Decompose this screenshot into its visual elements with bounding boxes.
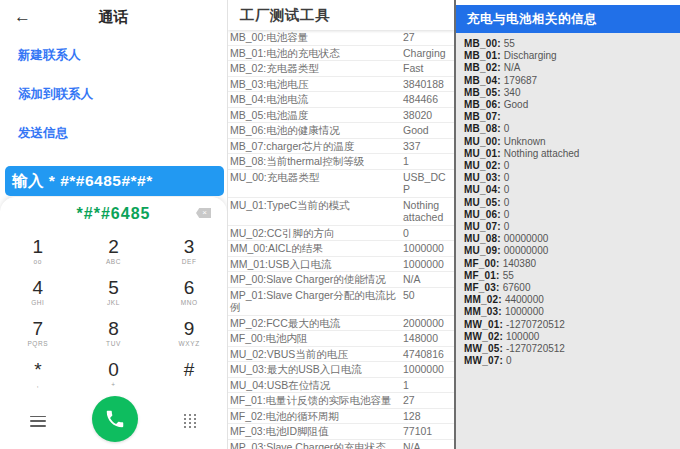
dialer-action-list: 新建联系人 添加到联系人 发送信息: [0, 28, 227, 153]
dialer-action-link[interactable]: 新建联系人: [0, 36, 227, 75]
key-sub-label: MNO: [181, 299, 198, 306]
battery-info-header: 充电与电池相关的信息: [456, 5, 680, 33]
table-row: MU_04:USB在位情况 1: [228, 378, 454, 394]
call-button[interactable]: [92, 396, 138, 442]
row-value: 38020: [403, 109, 452, 122]
item-key: MU_06:: [464, 209, 501, 220]
row-label: MB_08:当前thermal控制等级: [230, 155, 403, 168]
item-value: 140380: [503, 258, 536, 269]
table-row: MU_02:VBUS当前的电压 4740816: [228, 347, 454, 363]
item-value: 0: [504, 197, 510, 208]
row-value: 27: [403, 31, 452, 44]
item-value: 0: [504, 160, 510, 171]
list-item: MU_07:0: [464, 221, 680, 233]
battery-info-list[interactable]: MB_00:55 MB_01:Discharging MB_02:N/A MB_…: [456, 33, 680, 367]
keypad-key[interactable]: 5 JKL: [76, 271, 152, 312]
factory-tool-list[interactable]: MB_00:电池容量 27 MB_01:电池的充电状态 Charging MB_…: [228, 30, 454, 449]
table-row: MB_08:当前thermal控制等级 1: [228, 154, 454, 170]
backspace-icon[interactable]: ×: [196, 208, 211, 218]
item-value: -1270720512: [506, 319, 565, 330]
keypad-key[interactable]: 9 WXYZ: [151, 312, 227, 353]
list-item: MB_01:Discharging: [464, 50, 680, 62]
row-label: MP_00:Slave Charger的使能情况: [230, 273, 403, 286]
item-key: MU_02:: [464, 160, 501, 171]
dialer-action-link[interactable]: 发送信息: [0, 114, 227, 153]
back-arrow-icon[interactable]: ←: [14, 6, 31, 28]
key-digit: 6: [184, 278, 195, 298]
key-sub-label: PQRS: [27, 340, 48, 347]
item-value: 4400000: [505, 294, 544, 305]
list-item: MB_08:0: [464, 123, 680, 135]
key-digit: 2: [108, 237, 119, 257]
row-value: 0: [403, 227, 452, 240]
keypad-key[interactable]: 8 TUV: [76, 312, 152, 353]
battery-info-title: 充电与电池相关的信息: [467, 11, 597, 28]
row-value: Nothing attached: [403, 199, 452, 224]
item-key: MU_04:: [464, 184, 501, 195]
row-label: MU_00:充电器类型: [230, 171, 403, 184]
table-row: MP_00:Slave Charger的使能情况 N/A: [228, 272, 454, 288]
list-item: MU_06:0: [464, 209, 680, 221]
menu-icon[interactable]: [30, 416, 46, 427]
row-label: MF_03:电池ID脚阻值: [230, 425, 403, 438]
list-item: MF_03:67600: [464, 282, 680, 294]
key-sub-label: DEF: [182, 258, 197, 265]
row-value: 337: [403, 140, 452, 153]
row-value: 77101: [403, 425, 452, 438]
keypad-key[interactable]: 1 oo: [0, 230, 76, 271]
table-row: MP_01:Slave Charger分配的电流比例 50: [228, 288, 454, 316]
item-value: 100000: [506, 331, 539, 342]
list-item: MM_03:1000000: [464, 306, 680, 318]
table-row: MF_01:电量计反馈的实际电池容量 27: [228, 393, 454, 409]
keypad-key[interactable]: 6 MNO: [151, 271, 227, 312]
item-value: Good: [504, 99, 528, 110]
key-digit: 5: [108, 278, 119, 298]
keypad-key[interactable]: 4 GHI: [0, 271, 76, 312]
dialer-action-link[interactable]: 添加到联系人: [0, 75, 227, 114]
row-value: 484466: [403, 93, 452, 106]
keypad-key[interactable]: 3 DEF: [151, 230, 227, 271]
row-label: MP_03:Slave Charger的充电状态: [230, 441, 403, 449]
item-value: 67600: [503, 282, 531, 293]
table-row: MB_04:电池电流 484466: [228, 92, 454, 108]
keypad-key[interactable]: * ,: [0, 353, 76, 394]
table-row: MB_01:电池的充电状态 Charging: [228, 46, 454, 62]
keypad-key[interactable]: 0 +: [76, 353, 152, 394]
row-label: MB_07:charger芯片的温度: [230, 140, 403, 153]
item-key: MU_00:: [464, 136, 501, 147]
table-row: MB_02:充电器类型 Fast: [228, 61, 454, 77]
row-label: MF_01:电量计反馈的实际电池容量: [230, 394, 403, 407]
keypad-toggle-icon[interactable]: [184, 414, 197, 428]
keypad: 1 oo 2 ABC 3 DEF 4 GHI: [0, 230, 227, 394]
key-sub-label: +: [111, 381, 115, 388]
keypad-key[interactable]: #: [151, 353, 227, 394]
item-key: MM_02:: [464, 294, 502, 305]
key-digit: 7: [33, 319, 44, 339]
item-key: MB_06:: [464, 99, 501, 110]
page-title: 通话: [99, 8, 129, 27]
item-value: -1270720512: [506, 343, 565, 354]
factory-tool-panel: 工厂测试工具 MB_00:电池容量 27 MB_01:电池的充电状态 Charg…: [227, 0, 454, 449]
item-value: 0: [504, 209, 510, 220]
row-label: MB_04:电池电流: [230, 93, 403, 106]
dialer-panel: ← 通话 新建联系人 添加到联系人 发送信息 输入 * #*#6485#*#* …: [0, 0, 227, 449]
keypad-key[interactable]: 7 PQRS: [0, 312, 76, 353]
keypad-key[interactable]: 2 ABC: [76, 230, 152, 271]
row-value: 148000: [403, 332, 452, 345]
annotation-enter-code: 输入 * #*#6485#*#*: [5, 166, 224, 196]
item-key: MF_03:: [464, 282, 500, 293]
table-row: MM_00:AICL的结果 1000000: [228, 241, 454, 257]
item-key: MB_08:: [464, 123, 501, 134]
item-key: MM_03:: [464, 306, 502, 317]
row-value: N/A: [403, 441, 452, 449]
item-value: 0: [504, 184, 510, 195]
factory-tool-header: 工厂测试工具: [228, 0, 454, 30]
row-label: MB_06:电池的健康情况: [230, 124, 403, 137]
item-value: 00000000: [504, 245, 549, 256]
row-label: MP_02:FCC最大的电流: [230, 317, 403, 330]
item-key: MF_01:: [464, 270, 500, 281]
item-key: MF_00:: [464, 258, 500, 269]
dial-pad-card: *#*#6485 × 1 oo 2 ABC 3 DEF: [0, 196, 227, 449]
item-key: MW_07:: [464, 355, 503, 366]
item-value: 0: [506, 355, 512, 366]
